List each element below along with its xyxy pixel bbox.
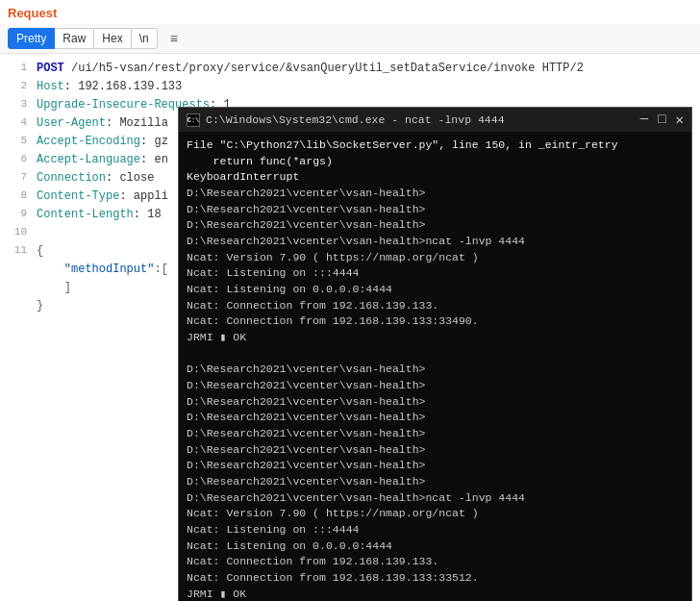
cmd-line: Ncat: Connection from 192.168.139.133. [187,298,684,314]
cmd-line: Ncat: Listening on 0.0.0.0:4444 [187,538,684,555]
cmd-line: Ncat: Version 7.90 ( https://nmap.org/nc… [187,506,684,522]
cmd-line: Ncat: Listening on 0.0.0.0:4444 [187,282,684,298]
cmd-line: Ncat: Listening on :::4444 [187,522,684,538]
tab-raw[interactable]: Raw [54,28,94,49]
tab-pretty[interactable]: Pretty [8,28,55,49]
cmd-line: D:\Research2021\vcenter\vsan-health> [187,474,684,490]
cmd-line: Ncat: Version 7.90 ( https://nmap.org/nc… [187,250,684,266]
cmd-line: File "C:\Python27\lib\SocketServer.py", … [187,138,684,154]
cmd-line: Ncat: Connection from 192.168.139.133:33… [187,570,684,587]
cmd-line: D:\Research2021\vcenter\vsan-health>ncat… [187,490,684,507]
cmd-line: KeyboardInterrupt [187,169,684,186]
cmd-titlebar: C:\ C:\Windows\System32\cmd.exe - ncat -… [179,108,691,132]
cmd-line: D:\Research2021\vcenter\vsan-health> [187,442,684,459]
line-1: 1 POST /ui/h5-vsan/rest/proxy/service/&v… [0,60,700,78]
cmd-body: File "C:\Python27\lib\SocketServer.py", … [179,132,691,601]
cmd-icon: C:\ [187,113,200,127]
cmd-line: D:\Research2021\vcenter\vsan-health> [187,410,684,426]
cmd-line: JRMI ▮ OK [187,587,684,601]
cmd-line: D:\Research2021\vcenter\vsan-health> [187,217,684,234]
cmd-close[interactable]: ✕ [676,112,684,128]
cmd-line: D:\Research2021\vcenter\vsan-health> [187,394,684,411]
cmd-line: D:\Research2021\vcenter\vsan-health> [187,202,684,218]
request-label: Request [0,0,700,24]
cmd-line: D:\Research2021\vcenter\vsan-health> [187,362,684,378]
cmd-line: D:\Research2021\vcenter\vsan-health> [187,458,684,474]
cmd-maximize[interactable]: □ [658,112,665,128]
cmd-line: Ncat: Listening on :::4444 [187,265,684,282]
tab-n[interactable]: \n [131,28,158,49]
cmd-line: D:\Research2021\vcenter\vsan-health> [187,378,684,394]
tab-hex[interactable]: Hex [93,28,131,49]
cmd-title-text: C:\Windows\System32\cmd.exe - ncat -lnvp… [206,113,635,126]
content-area: 1 POST /ui/h5-vsan/rest/proxy/service/&v… [0,54,700,601]
cmd-minimize[interactable]: ─ [640,112,648,128]
cmd-line: return func(*args) [187,154,684,170]
cmd-line [187,346,684,363]
cmd-line: Ncat: Connection from 192.168.139.133:33… [187,313,684,330]
cmd-line: JRMI ▮ OK [187,330,684,346]
cmd-line: D:\Research2021\vcenter\vsan-health>ncat… [187,234,684,250]
cmd-line: D:\Research2021\vcenter\vsan-health> [187,426,684,442]
toolbar: Pretty Raw Hex \n ≡ [0,24,700,54]
menu-button[interactable]: ≡ [162,29,186,48]
line-2: 2 Host: 192.168.139.133 [0,78,700,96]
cmd-window: C:\ C:\Windows\System32\cmd.exe - ncat -… [178,107,692,601]
request-section: Request Pretty Raw Hex \n ≡ 1 POST /ui/h… [0,0,700,601]
cmd-line: Ncat: Connection from 192.168.139.133. [187,554,684,570]
cmd-line: D:\Research2021\vcenter\vsan-health> [187,186,684,202]
cmd-window-controls: ─ □ ✕ [640,112,684,128]
